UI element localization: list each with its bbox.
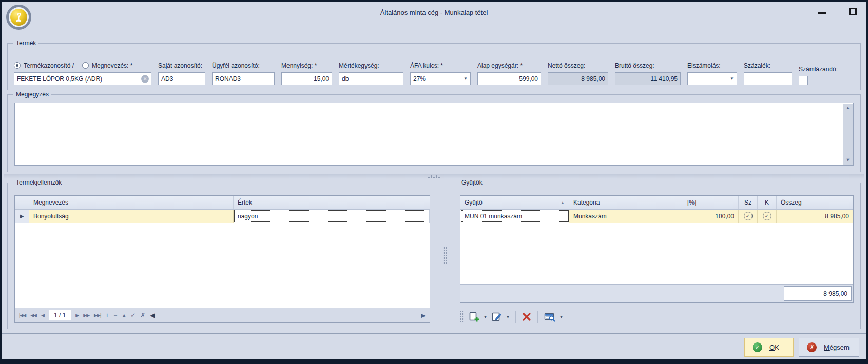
vat-select[interactable]: 27% ▼ bbox=[410, 72, 471, 85]
quantity-label: Mennyiség: * bbox=[281, 62, 332, 69]
category-cell[interactable]: Munkaszám bbox=[569, 210, 683, 223]
collectors-grid: Gyűjtő ▲ Kategória [%] Sz K Összeg bbox=[460, 195, 854, 303]
customer-id-input[interactable]: RONAD3 bbox=[212, 72, 275, 85]
splitter-grip-icon bbox=[428, 175, 441, 178]
check-circle-icon: ✓ bbox=[744, 212, 753, 220]
ok-rest: K bbox=[775, 343, 779, 351]
edit-record-button[interactable] bbox=[490, 310, 504, 324]
collectors-group: Gyűjtők Gyűjtő ▲ Kategória [%] Sz K bbox=[453, 183, 861, 329]
unit-input[interactable]: db bbox=[339, 72, 403, 85]
clear-icon[interactable]: ✕ bbox=[141, 75, 149, 83]
cancel-button-label: Mégsem bbox=[824, 343, 850, 351]
vertical-splitter[interactable] bbox=[437, 183, 453, 329]
billable-checkbox[interactable] bbox=[799, 76, 808, 85]
cancel-button[interactable]: ✗ Mégsem bbox=[799, 338, 859, 357]
field-quantity: Mennyiség: * 15,00 bbox=[281, 62, 332, 85]
toolbar-grip-icon bbox=[460, 310, 464, 323]
field-billable: Számlázandó: bbox=[799, 66, 846, 85]
product-name-value: FEKETE LŐPOR 0,5KG (ADR) bbox=[17, 75, 102, 83]
column-header-category[interactable]: Kategória bbox=[569, 196, 683, 209]
nav-cancel-button[interactable]: ✗ bbox=[139, 312, 147, 319]
minimize-button[interactable] bbox=[818, 12, 826, 14]
ok-button[interactable]: ✓ OK bbox=[744, 338, 794, 357]
radio-product-name[interactable]: Megnevezés: * bbox=[82, 62, 132, 69]
nav-edit-button[interactable]: ▲ bbox=[120, 312, 127, 319]
percent-cell[interactable]: 100,00 bbox=[683, 210, 739, 223]
characteristics-group: Termékjellemzők Megnevezés Érték ▶ Bonyo… bbox=[7, 183, 437, 329]
amount-value: 8 985,00 bbox=[825, 213, 849, 220]
field-product: Termékazonosító / Megnevezés: * FEKETE L… bbox=[14, 62, 151, 85]
column-header-name[interactable]: Megnevezés bbox=[29, 196, 234, 209]
total-amount-value: 8 985,00 bbox=[823, 290, 847, 297]
column-header-k-label: K bbox=[765, 199, 769, 206]
characteristics-group-label: Termékjellemzők bbox=[13, 179, 64, 186]
field-settlement: Elszámolás: ▼ bbox=[687, 62, 737, 85]
collectors-group-label: Gyűjtők bbox=[459, 179, 485, 186]
characteristic-name-cell[interactable]: Bonyolultság bbox=[29, 210, 234, 223]
titlebar: Általános minta cég - Munkalap tétel bbox=[2, 2, 866, 32]
chevron-down-icon[interactable]: ▼ bbox=[558, 314, 564, 320]
nav-refresh-button[interactable]: ◀ bbox=[148, 311, 156, 320]
column-header-collector[interactable]: Gyűjtő ▲ bbox=[460, 196, 569, 209]
quantity-input[interactable]: 15,00 bbox=[281, 72, 332, 85]
grid-search-button[interactable] bbox=[543, 310, 557, 324]
column-header-value[interactable]: Érték bbox=[234, 196, 430, 209]
field-own-id: Saját azonosító: AD3 bbox=[158, 62, 205, 85]
nav-last-button[interactable]: ▶▶| bbox=[92, 312, 102, 319]
column-header-k[interactable]: K bbox=[758, 196, 777, 209]
scroll-right-icon[interactable]: ▶ bbox=[420, 312, 427, 319]
scroll-up-icon[interactable]: ▲ bbox=[846, 106, 851, 110]
amount-cell[interactable]: 8 985,00 bbox=[777, 210, 853, 223]
chevron-down-icon: ▼ bbox=[730, 77, 734, 81]
radio-unselected-icon bbox=[82, 62, 89, 69]
nav-post-button[interactable]: ✓ bbox=[129, 312, 137, 319]
net-label: Nettó összeg: bbox=[548, 62, 608, 69]
scroll-down-icon[interactable]: ▼ bbox=[846, 158, 851, 163]
characteristics-grid: Megnevezés Érték ▶ Bonyolultság nagyon |… bbox=[14, 195, 430, 323]
own-id-input[interactable]: AD3 bbox=[158, 72, 205, 85]
nav-next-page-button[interactable]: ▶▶ bbox=[82, 312, 91, 319]
comment-textarea[interactable]: ▲ ▼ bbox=[14, 103, 854, 166]
nav-next-button[interactable]: ▶ bbox=[74, 312, 80, 319]
nav-add-button[interactable]: + bbox=[104, 312, 110, 319]
chevron-down-icon[interactable]: ▼ bbox=[483, 314, 488, 320]
row-indicator-icon: ▶ bbox=[15, 210, 29, 223]
settlement-select[interactable]: ▼ bbox=[687, 72, 737, 85]
unit-price-value: 599,00 bbox=[519, 75, 538, 83]
unit-price-input[interactable]: 599,00 bbox=[477, 72, 541, 85]
chevron-down-icon[interactable]: ▼ bbox=[505, 314, 511, 320]
horizontal-splitter[interactable] bbox=[4, 174, 864, 179]
nav-delete-button[interactable]: − bbox=[112, 312, 119, 319]
column-header-percent[interactable]: [%] bbox=[683, 196, 739, 209]
radio-product-id-label: Termékazonosító / bbox=[24, 62, 74, 69]
comment-scrollbar[interactable]: ▲ ▼ bbox=[843, 104, 853, 165]
nav-prev-page-button[interactable]: ◀◀ bbox=[29, 312, 38, 319]
chevron-down-icon: ▼ bbox=[464, 77, 468, 81]
nav-prev-button[interactable]: ◀ bbox=[40, 312, 46, 319]
column-header-percent-label: [%] bbox=[687, 199, 696, 206]
nav-first-button[interactable]: |◀◀ bbox=[17, 312, 27, 319]
column-header-sz[interactable]: Sz bbox=[739, 196, 758, 209]
product-name-input[interactable]: FEKETE LŐPOR 0,5KG (ADR) bbox=[14, 72, 151, 85]
add-record-button[interactable] bbox=[467, 310, 481, 324]
percent-input[interactable] bbox=[744, 72, 792, 85]
ok-check-icon: ✓ bbox=[753, 342, 762, 352]
sz-cell[interactable]: ✓ bbox=[739, 210, 758, 223]
delete-record-button[interactable] bbox=[520, 311, 533, 323]
radio-product-id[interactable]: Termékazonosító / bbox=[14, 62, 74, 69]
column-header-collector-label: Gyűjtő bbox=[465, 199, 483, 206]
column-header-amount[interactable]: Összeg bbox=[777, 196, 853, 209]
collector-cell[interactable]: MUN 01 munkaszám bbox=[460, 210, 569, 223]
k-cell[interactable]: ✓ bbox=[758, 210, 777, 223]
table-row[interactable]: MUN 01 munkaszám Munkaszám 100,00 ✓ ✓ 8 … bbox=[460, 210, 853, 223]
column-header-value-label: Érték bbox=[238, 199, 252, 206]
collectors-summary-footer: 8 985,00 bbox=[460, 284, 853, 302]
maximize-button[interactable] bbox=[849, 8, 857, 15]
app-logo-icon bbox=[6, 5, 31, 30]
product-radio-row: Termékazonosító / Megnevezés: * bbox=[14, 62, 151, 69]
table-row[interactable]: ▶ Bonyolultság nagyon bbox=[15, 210, 430, 223]
gross-value: 11 410,95 bbox=[651, 75, 678, 83]
net-value: 8 985,00 bbox=[581, 75, 605, 83]
cancel-rest: égsem bbox=[830, 343, 850, 351]
characteristic-value-cell[interactable]: nagyon bbox=[234, 210, 430, 223]
